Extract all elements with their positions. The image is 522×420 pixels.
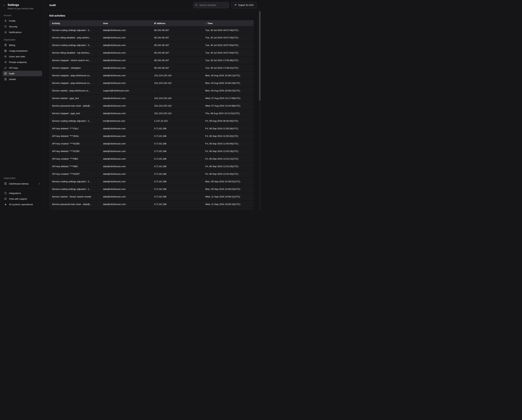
export-icon xyxy=(234,4,237,6)
cell-user: dale@clickhouse.com xyxy=(100,185,151,193)
cell-ip-address: 5.71.62.186 xyxy=(151,148,202,155)
cell-activity: Service scaling settings adjusted - 3... xyxy=(49,26,100,34)
cell-user: dale@clickhouse.com xyxy=(100,208,151,210)
cell-ip-address: 5.71.62.186 xyxy=(151,155,202,163)
table-row[interactable]: Service started - pypi_testdale@clickhou… xyxy=(49,94,253,102)
org-switcher-block: Organization ClickHouse Demos xyxy=(0,173,45,188)
sidebar-item-security[interactable]: Security xyxy=(2,24,42,29)
cell-time: Fri, 06 Sep 2024 12:01:55(UTC) xyxy=(202,163,253,170)
table-row[interactable]: Service idling disabled - play.clickho..… xyxy=(49,34,253,41)
sidebar-item-users-and-roles[interactable]: Users and roles xyxy=(2,54,42,59)
column-header-activity[interactable]: Activity xyxy=(49,20,100,26)
cell-activity: API key created: ****hBl3 xyxy=(49,155,100,163)
cell-time: Thu, 08 Aug 2024 10:12:01(UTC) xyxy=(202,110,253,117)
activities-count: 918 activities xyxy=(49,14,253,17)
search-input[interactable] xyxy=(199,4,227,7)
cell-ip-address: 151.224.225.142 xyxy=(151,79,202,87)
table-row[interactable]: Service stopped - pypi_testdale@clickhou… xyxy=(49,110,253,117)
shield-icon xyxy=(4,25,7,28)
cell-time: Wed, 07 Aug 2024 14:24:06(UTC) xyxy=(202,102,253,110)
table-row[interactable]: Service stopped - play.clickhouse.co...d… xyxy=(49,79,253,87)
sidebar-item-api-keys[interactable]: API keys xyxy=(2,65,42,70)
vertical-scrollbar-track[interactable] xyxy=(259,10,261,210)
audit-content: 918 activities Activity User IP address … xyxy=(45,10,261,210)
cell-ip-address: 5.71.62.186 xyxy=(151,178,202,185)
sidebar-item-audit[interactable]: Audit xyxy=(2,71,42,76)
table-row[interactable]: Service started - play.clickhouse.co...s… xyxy=(49,87,253,94)
cell-time: Tue, 30 Jul 2024 17:09:41(UTC) xyxy=(202,64,253,72)
receipt-icon xyxy=(4,44,7,47)
cell-time: Mon, 05 Aug 2024 15:36:12(UTC) xyxy=(202,72,253,79)
table-row[interactable]: API key created: ****bXWTdale@clickhouse… xyxy=(49,170,253,178)
cell-ip-address: 5.71.62.186 xyxy=(151,125,202,132)
chat-bubble-icon xyxy=(4,197,7,200)
export-csv-button[interactable]: Export To CSV xyxy=(231,2,257,8)
audit-check-icon xyxy=(4,72,7,75)
chevron-right-icon xyxy=(38,183,40,185)
cell-activity: Service scaling settings adjusted - 3... xyxy=(49,41,100,49)
column-header-user[interactable]: User xyxy=(100,20,151,26)
sidebar-item-notifications[interactable]: Notifications xyxy=(2,30,42,35)
cell-activity: API key created: ****bXWT xyxy=(49,170,100,178)
sidebar-item-profile[interactable]: Profile xyxy=(2,18,42,23)
sidebar-item-details[interactable]: Details xyxy=(2,77,42,82)
sidebar-item-chat-support[interactable]: Chat with support xyxy=(2,196,42,202)
vertical-scrollbar-thumb[interactable] xyxy=(259,11,261,101)
cell-time: Fri, 06 Sep 2024 12:00:04(UTC) xyxy=(202,140,253,148)
cell-user: tom@clickhouse.com xyxy=(100,117,151,125)
arrows-swap-icon xyxy=(4,61,7,63)
sidebar-item-system-status[interactable]: All systems operational xyxy=(2,202,42,207)
org-switcher[interactable]: ClickHouse Demos xyxy=(2,181,42,187)
table-row[interactable]: Service password was reset - dale@...dal… xyxy=(49,102,253,110)
table-row[interactable]: Service scaling settings adjusted - 3...… xyxy=(49,26,253,34)
table-row[interactable]: Service scaling settings adjusted - 1...… xyxy=(49,185,253,193)
cell-time: Fri, 06 Sep 2024 11:59:32(UTC) xyxy=(202,132,253,140)
table-row[interactable]: API key deleted: ****hBl3dale@clickhouse… xyxy=(49,163,253,170)
table-row[interactable]: API key created: ****OCB5dale@clickhouse… xyxy=(49,140,253,148)
bell-icon xyxy=(4,31,7,34)
table-row[interactable]: Service scaling settings adjusted - 3...… xyxy=(49,41,253,49)
cell-activity: Service stopped - play.clickhouse.co... xyxy=(49,79,100,87)
export-button-label: Export To CSV xyxy=(238,4,253,6)
table-row[interactable]: Service scaling settings adjusted - 3...… xyxy=(49,178,253,185)
sort-desc-icon: ↓ xyxy=(205,22,207,25)
table-row[interactable]: Service idling disabled - sql.clickhou..… xyxy=(49,49,253,57)
table-row[interactable]: Service scaling settings adjusted - 2...… xyxy=(49,117,253,125)
sidebar-item-label: Billing xyxy=(9,44,15,47)
column-header-ip-address[interactable]: IP address xyxy=(151,20,202,26)
cell-ip-address: 151.224.225.142 xyxy=(151,102,202,110)
cell-activity: API key created: ****OCB5 xyxy=(49,140,100,148)
settings-subtitle: Return to your service view xyxy=(8,8,34,10)
table-row[interactable]: API key created: ****hBl3dale@clickhouse… xyxy=(49,155,253,163)
table-row[interactable]: API key deleted: ****2KNcdale@clickhouse… xyxy=(49,132,253,140)
cell-time: Wed, 11 Sep 2024 10:56:11(UTC) xyxy=(202,193,253,201)
table-row[interactable]: Service stopped - Vector search res...da… xyxy=(49,57,253,64)
cell-user: dale@clickhouse.com xyxy=(100,170,151,178)
sidebar-item-label: Notifications xyxy=(9,31,22,34)
cell-activity: Service started - Vector search results xyxy=(49,193,100,201)
cell-activity: Service scaling settings adjusted - 1... xyxy=(49,185,100,193)
cell-activity: Service stopped - clickpipes xyxy=(49,64,100,72)
building-icon xyxy=(4,78,7,81)
column-header-time[interactable]: ↓Time xyxy=(202,20,253,26)
sidebar-header: Settings Return to your service view xyxy=(0,0,45,11)
table-row[interactable]: Service stopped - observability-demodale… xyxy=(49,208,253,210)
table-row[interactable]: Service stopped - clickpipesdale@clickho… xyxy=(49,64,253,72)
table-row[interactable]: Service started - Vector search resultsd… xyxy=(49,193,253,201)
cell-user: dale@clickhouse.com xyxy=(100,57,151,64)
audit-table: Activity User IP address ↓Time Service s… xyxy=(49,20,253,210)
sidebar-item-private-endpoints[interactable]: Private endpoints xyxy=(2,59,42,65)
cell-user: dale@clickhouse.com xyxy=(100,201,151,208)
sidebar-item-usage-breakdown[interactable]: Usage breakdown xyxy=(2,48,42,54)
cell-user: dale@clickhouse.com xyxy=(100,148,151,155)
cell-ip-address: 5.71.62.186 xyxy=(151,132,202,140)
table-row[interactable]: Service stopped - play.clickhouse.co...d… xyxy=(49,72,253,79)
cell-time: Mon, 05 Aug 2024 15:36:19(UTC) xyxy=(202,79,253,87)
table-row[interactable]: API key deleted: ****OCB5dale@clickhouse… xyxy=(49,148,253,155)
sidebar-item-integrations[interactable]: Integrations xyxy=(2,190,42,196)
table-row[interactable]: Service password was reset - dale@...dal… xyxy=(49,201,253,208)
sidebar-item-billing[interactable]: Billing xyxy=(2,42,42,48)
table-row[interactable]: API key deleted: ****CbzJdale@clickhouse… xyxy=(49,125,253,132)
back-button[interactable] xyxy=(2,4,6,8)
cell-time: Thu, 12 Sep 2024 08:42:44(UTC) xyxy=(202,208,253,210)
